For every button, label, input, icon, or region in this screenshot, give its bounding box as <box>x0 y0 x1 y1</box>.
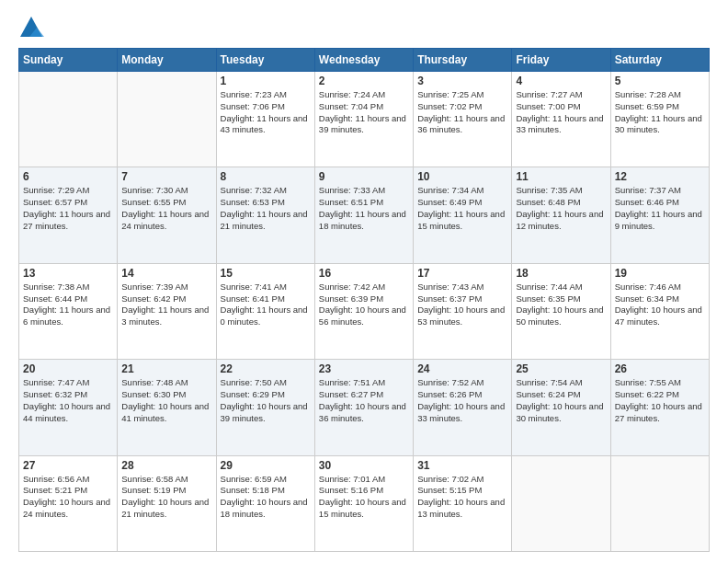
calendar-day-cell: 12Sunrise: 7:37 AM Sunset: 6:46 PM Dayli… <box>610 167 709 263</box>
day-number: 6 <box>23 170 113 183</box>
day-info: Sunrise: 7:39 AM Sunset: 6:42 PM Dayligh… <box>121 282 211 328</box>
calendar-day-cell: 8Sunrise: 7:32 AM Sunset: 6:53 PM Daylig… <box>216 167 314 263</box>
calendar-day-cell: 17Sunrise: 7:43 AM Sunset: 6:37 PM Dayli… <box>414 263 512 359</box>
day-info: Sunrise: 6:58 AM Sunset: 5:19 PM Dayligh… <box>121 474 211 521</box>
day-info: Sunrise: 7:23 AM Sunset: 7:06 PM Dayligh… <box>221 89 311 136</box>
calendar-day-header: Thursday <box>414 49 512 72</box>
calendar-day-cell: 20Sunrise: 7:47 AM Sunset: 6:32 PM Dayli… <box>19 360 118 455</box>
calendar-day-cell: 13Sunrise: 7:38 AM Sunset: 6:44 PM Dayli… <box>19 263 118 359</box>
day-info: Sunrise: 7:24 AM Sunset: 7:04 PM Dayligh… <box>319 89 409 136</box>
day-number: 22 <box>221 362 311 375</box>
calendar-day-cell: 23Sunrise: 7:51 AM Sunset: 6:27 PM Dayli… <box>314 360 413 455</box>
calendar-day-cell: 31Sunrise: 7:02 AM Sunset: 5:15 PM Dayli… <box>414 455 512 551</box>
day-info: Sunrise: 7:48 AM Sunset: 6:30 PM Dayligh… <box>121 377 211 424</box>
day-number: 1 <box>221 75 311 87</box>
calendar-day-header: Monday <box>118 49 216 72</box>
calendar-day-cell: 14Sunrise: 7:39 AM Sunset: 6:42 PM Dayli… <box>118 263 216 359</box>
day-info: Sunrise: 7:25 AM Sunset: 7:02 PM Dayligh… <box>417 89 507 136</box>
calendar-day-cell: 24Sunrise: 7:52 AM Sunset: 6:26 PM Dayli… <box>414 360 512 455</box>
day-number: 24 <box>417 362 507 375</box>
calendar-day-cell: 7Sunrise: 7:30 AM Sunset: 6:55 PM Daylig… <box>118 167 216 263</box>
day-info: Sunrise: 7:33 AM Sunset: 6:51 PM Dayligh… <box>319 185 409 232</box>
calendar-table: SundayMondayTuesdayWednesdayThursdayFrid… <box>18 48 710 552</box>
page-header <box>18 15 710 40</box>
day-number: 5 <box>615 75 705 87</box>
day-number: 3 <box>417 75 507 87</box>
day-info: Sunrise: 7:44 AM Sunset: 6:35 PM Dayligh… <box>516 282 606 328</box>
day-info: Sunrise: 7:01 AM Sunset: 5:16 PM Dayligh… <box>319 474 409 521</box>
day-number: 25 <box>516 362 606 375</box>
day-info: Sunrise: 6:59 AM Sunset: 5:18 PM Dayligh… <box>221 474 311 521</box>
day-number: 26 <box>615 362 705 375</box>
day-info: Sunrise: 6:56 AM Sunset: 5:21 PM Dayligh… <box>23 474 113 521</box>
logo <box>18 15 48 40</box>
day-info: Sunrise: 7:46 AM Sunset: 6:34 PM Dayligh… <box>615 282 705 328</box>
day-info: Sunrise: 7:30 AM Sunset: 6:55 PM Dayligh… <box>121 185 211 232</box>
day-number: 14 <box>121 267 211 280</box>
calendar-day-cell: 21Sunrise: 7:48 AM Sunset: 6:30 PM Dayli… <box>118 360 216 455</box>
day-info: Sunrise: 7:54 AM Sunset: 6:24 PM Dayligh… <box>516 377 606 424</box>
day-number: 31 <box>417 459 507 472</box>
calendar-day-cell: 6Sunrise: 7:29 AM Sunset: 6:57 PM Daylig… <box>19 167 118 263</box>
day-number: 21 <box>121 362 211 375</box>
calendar-day-cell: 27Sunrise: 6:56 AM Sunset: 5:21 PM Dayli… <box>19 455 118 551</box>
calendar-week-row: 13Sunrise: 7:38 AM Sunset: 6:44 PM Dayli… <box>19 263 710 359</box>
day-number: 28 <box>121 459 211 472</box>
day-info: Sunrise: 7:35 AM Sunset: 6:48 PM Dayligh… <box>516 185 606 232</box>
day-info: Sunrise: 7:29 AM Sunset: 6:57 PM Dayligh… <box>23 185 113 232</box>
calendar-day-header: Sunday <box>19 49 118 72</box>
calendar-day-cell: 15Sunrise: 7:41 AM Sunset: 6:41 PM Dayli… <box>216 263 314 359</box>
day-number: 4 <box>516 75 606 87</box>
day-info: Sunrise: 7:34 AM Sunset: 6:49 PM Dayligh… <box>417 185 507 232</box>
calendar-day-cell: 16Sunrise: 7:42 AM Sunset: 6:39 PM Dayli… <box>314 263 413 359</box>
day-number: 17 <box>417 267 507 280</box>
calendar-day-header: Saturday <box>610 49 709 72</box>
calendar-week-row: 27Sunrise: 6:56 AM Sunset: 5:21 PM Dayli… <box>19 455 710 551</box>
day-info: Sunrise: 7:02 AM Sunset: 5:15 PM Dayligh… <box>417 474 507 521</box>
day-number: 16 <box>319 267 409 280</box>
day-number: 30 <box>319 459 409 472</box>
calendar-day-cell: 5Sunrise: 7:28 AM Sunset: 6:59 PM Daylig… <box>610 72 709 167</box>
calendar-day-header: Wednesday <box>314 49 413 72</box>
day-number: 18 <box>516 267 606 280</box>
calendar-day-cell: 9Sunrise: 7:33 AM Sunset: 6:51 PM Daylig… <box>314 167 413 263</box>
day-info: Sunrise: 7:37 AM Sunset: 6:46 PM Dayligh… <box>615 185 705 232</box>
calendar-day-cell: 29Sunrise: 6:59 AM Sunset: 5:18 PM Dayli… <box>216 455 314 551</box>
calendar-day-cell: 10Sunrise: 7:34 AM Sunset: 6:49 PM Dayli… <box>414 167 512 263</box>
day-number: 20 <box>23 362 113 375</box>
day-info: Sunrise: 7:38 AM Sunset: 6:44 PM Dayligh… <box>23 282 113 328</box>
calendar-day-header: Tuesday <box>216 49 314 72</box>
calendar-day-cell: 30Sunrise: 7:01 AM Sunset: 5:16 PM Dayli… <box>314 455 413 551</box>
day-info: Sunrise: 7:51 AM Sunset: 6:27 PM Dayligh… <box>319 377 409 424</box>
calendar-day-cell <box>118 72 216 167</box>
calendar-day-cell: 2Sunrise: 7:24 AM Sunset: 7:04 PM Daylig… <box>314 72 413 167</box>
calendar-day-cell: 22Sunrise: 7:50 AM Sunset: 6:29 PM Dayli… <box>216 360 314 455</box>
day-info: Sunrise: 7:52 AM Sunset: 6:26 PM Dayligh… <box>417 377 507 424</box>
calendar-day-cell: 26Sunrise: 7:55 AM Sunset: 6:22 PM Dayli… <box>610 360 709 455</box>
calendar-week-row: 1Sunrise: 7:23 AM Sunset: 7:06 PM Daylig… <box>19 72 710 167</box>
calendar-day-cell <box>610 455 709 551</box>
day-info: Sunrise: 7:55 AM Sunset: 6:22 PM Dayligh… <box>615 377 705 424</box>
day-number: 23 <box>319 362 409 375</box>
calendar-day-cell: 11Sunrise: 7:35 AM Sunset: 6:48 PM Dayli… <box>512 167 610 263</box>
day-number: 12 <box>615 170 705 183</box>
day-info: Sunrise: 7:47 AM Sunset: 6:32 PM Dayligh… <box>23 377 113 424</box>
calendar-week-row: 6Sunrise: 7:29 AM Sunset: 6:57 PM Daylig… <box>19 167 710 263</box>
day-number: 2 <box>319 75 409 87</box>
calendar-day-cell: 4Sunrise: 7:27 AM Sunset: 7:00 PM Daylig… <box>512 72 610 167</box>
day-number: 9 <box>319 170 409 183</box>
day-number: 7 <box>121 170 211 183</box>
calendar-day-cell: 3Sunrise: 7:25 AM Sunset: 7:02 PM Daylig… <box>414 72 512 167</box>
day-info: Sunrise: 7:27 AM Sunset: 7:00 PM Dayligh… <box>516 89 606 136</box>
calendar-day-cell: 28Sunrise: 6:58 AM Sunset: 5:19 PM Dayli… <box>118 455 216 551</box>
calendar-week-row: 20Sunrise: 7:47 AM Sunset: 6:32 PM Dayli… <box>19 360 710 455</box>
day-info: Sunrise: 7:28 AM Sunset: 6:59 PM Dayligh… <box>615 89 705 136</box>
day-number: 13 <box>23 267 113 280</box>
calendar-day-cell <box>19 72 118 167</box>
calendar-day-cell: 18Sunrise: 7:44 AM Sunset: 6:35 PM Dayli… <box>512 263 610 359</box>
calendar-day-cell: 19Sunrise: 7:46 AM Sunset: 6:34 PM Dayli… <box>610 263 709 359</box>
day-number: 27 <box>23 459 113 472</box>
day-number: 15 <box>221 267 311 280</box>
calendar-day-cell: 25Sunrise: 7:54 AM Sunset: 6:24 PM Dayli… <box>512 360 610 455</box>
day-number: 8 <box>221 170 311 183</box>
